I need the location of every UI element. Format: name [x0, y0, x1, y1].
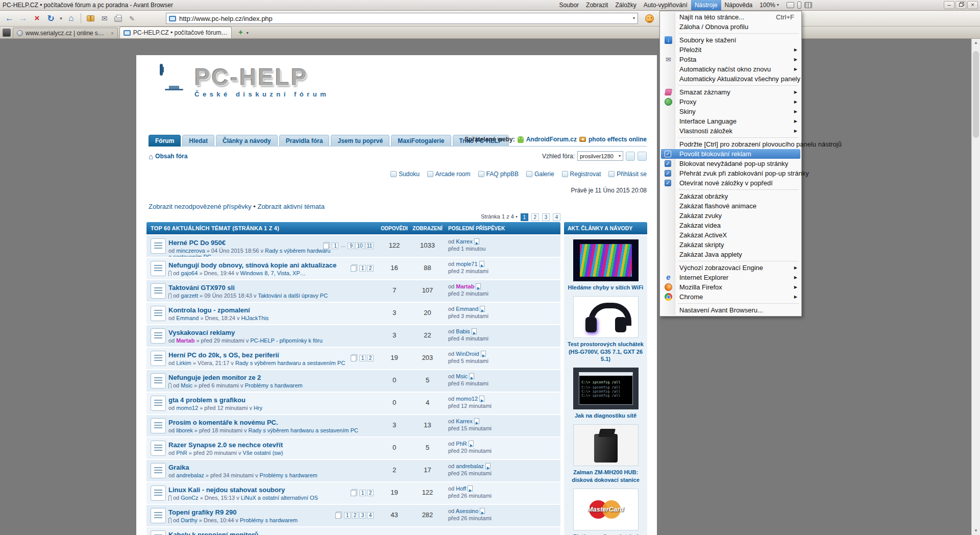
lastpost-goto-icon[interactable]	[479, 261, 484, 267]
menubar-item-nastroje[interactable]: Nástroje	[691, 0, 721, 10]
menu-item-chrome[interactable]: Chrome	[661, 292, 800, 302]
lastpost-goto-icon[interactable]	[481, 351, 486, 357]
lastpost-goto-icon[interactable]	[474, 238, 479, 245]
topic-forum-link[interactable]: PC-HELP - připomínky k fóru	[250, 337, 323, 344]
style-select[interactable]: prosilver1280	[577, 151, 623, 161]
topic-author-link[interactable]: minczerova	[176, 248, 205, 254]
topic-row[interactable]: Vyskakovací reklamy od Martab » před 29 …	[146, 325, 560, 347]
topic-author-link[interactable]: liborek	[176, 427, 192, 433]
page-box[interactable]: 10	[355, 242, 364, 249]
topic-forum-link[interactable]: Hry	[254, 405, 262, 411]
menu-item-internet-explorer[interactable]: Internet Explorer	[661, 273, 800, 282]
refresh-button[interactable]	[44, 12, 57, 25]
minimize-button[interactable]	[944, 1, 954, 9]
article-item[interactable]: Jak na diagnostiku sítě	[564, 368, 647, 419]
browser-tab-pchelp[interactable]: PC-HELP.CZ • počítačové fórum a pc p...	[119, 27, 232, 38]
topic-title-link[interactable]: Graika	[168, 464, 189, 471]
lastpost-user-link[interactable]: mople71	[456, 261, 477, 267]
style-search-button[interactable]	[638, 152, 647, 161]
topic-forum-link[interactable]: Rady s výběrem hardwaru a sestavením PC	[249, 427, 358, 433]
topic-title-link[interactable]: Linux Kali - nejdou stahovat soubory	[168, 486, 285, 494]
page-box[interactable]: 2	[367, 265, 374, 272]
topic-title-link[interactable]: Prosím o komentáře k novému PC.	[168, 419, 278, 426]
restore-button[interactable]	[955, 1, 966, 9]
menu-item-prelozit[interactable]: Přeložit	[661, 45, 800, 55]
lastpost-user-link[interactable]: Babis	[456, 328, 470, 334]
lastpost-goto-icon[interactable]	[485, 463, 491, 469]
lastpost-user-link[interactable]: Emmand	[456, 306, 478, 312]
tab-hledat[interactable]: Hledat	[182, 135, 214, 147]
page-box[interactable]: 4	[367, 512, 374, 519]
scrollbar-thumb[interactable]	[973, 51, 979, 138]
topic-forum-link[interactable]: Problémy s hardwarem	[240, 517, 298, 523]
prihlasit-link[interactable]: Přihlásit se	[617, 171, 647, 178]
close-tab-icon[interactable]	[111, 31, 114, 36]
pagination-page-2[interactable]: 2	[531, 213, 539, 221]
topic-row[interactable]: Topení grafiky R9 290 od Darthy » Dnes, …	[146, 505, 560, 526]
article-link[interactable]: Test prostorových sluchátek (HS-G700V, G…	[566, 341, 646, 362]
topic-title-link[interactable]: Vyskakovací reklamy	[168, 329, 235, 336]
print-button[interactable]	[112, 12, 125, 25]
menu-item-zakazat-skripty[interactable]: Zakázat skripty	[661, 240, 800, 250]
photo-effects-link[interactable]: photo effects online	[589, 136, 647, 143]
topic-author-link[interactable]: Lirkim	[176, 360, 191, 366]
forward-button[interactable]	[17, 12, 30, 25]
page-box[interactable]: 11	[365, 242, 374, 249]
compose-button[interactable]	[126, 12, 138, 25]
lastpost-goto-icon[interactable]	[480, 306, 485, 312]
topic-row[interactable]: Nefungují body obnovy, stínová kopie ani…	[146, 258, 560, 279]
topic-row[interactable]: Kontrola logu - zpomalení od Emmand » Dn…	[146, 303, 560, 324]
menu-item-najit-na-strance[interactable]: Najít na této stránce...Ctrl+F	[661, 12, 800, 22]
unanswered-posts-link[interactable]: Zobrazit nezodpovězené příspěvky	[149, 203, 252, 210]
menu-item-povolit-blokovani-reklam[interactable]: Povolit blokování reklam	[661, 149, 800, 159]
menu-item-mozilla-firefox[interactable]: Mozilla Firefox	[661, 282, 800, 292]
topic-row[interactable]: Linux Kali - nejdou stahovat soubory od …	[146, 482, 560, 504]
lastpost-goto-icon[interactable]	[472, 328, 477, 334]
topic-author-link[interactable]: andrebalaz	[176, 472, 204, 478]
lastpost-user-link[interactable]: Karrex	[456, 238, 472, 245]
page-box[interactable]: 1	[344, 512, 351, 519]
menu-item-zakazat-obrazky[interactable]: Zakázat obrázky	[661, 191, 800, 201]
menu-item-posta[interactable]: Pošta	[661, 55, 800, 64]
menubar-item-zobrazit[interactable]: Zobrazit	[582, 0, 611, 10]
topic-author-link[interactable]: Martab	[176, 337, 194, 344]
lastpost-goto-icon[interactable]	[476, 283, 481, 289]
article-item[interactable]: MasterCard Platíme on-line: platební	[564, 489, 647, 535]
topic-title-link[interactable]: Razer Synapse 2.0 se nechce otevřít	[168, 441, 283, 449]
tab-list-icon[interactable]	[3, 29, 11, 37]
mail-button[interactable]	[98, 12, 111, 25]
forum-logo[interactable]: PC-HELP České diskuzní fórum	[160, 65, 329, 98]
back-button[interactable]	[3, 12, 16, 25]
scroll-up-icon[interactable]: ▲	[972, 39, 980, 47]
active-topics-link[interactable]: Zobrazit aktivní témata	[257, 203, 325, 210]
dock-station-thumbnail[interactable]	[573, 424, 639, 466]
article-link[interactable]: Hledáme chyby v sítích WiFi	[566, 284, 646, 291]
lastpost-goto-icon[interactable]	[480, 508, 485, 514]
mobile-view-icon[interactable]	[797, 2, 801, 9]
topic-title-link[interactable]: Nefungují body obnovy, stínová kopie ani…	[168, 261, 336, 269]
page-box[interactable]: 1	[359, 265, 366, 272]
androidforum-link[interactable]: AndroidForum.cz	[526, 136, 577, 143]
menu-item-zakazat-zvuky[interactable]: Zakázat zvuky	[661, 211, 800, 221]
sudoku-link[interactable]: Sudoku	[399, 171, 420, 178]
menu-item-nastaveni-avant[interactable]: Nastavení Avant Browseru...	[661, 305, 800, 315]
breadcrumb-obsah-fora[interactable]: Obsah fóra	[155, 153, 187, 160]
menu-item-smazat-zaznamy[interactable]: Smazat záznamy	[661, 87, 800, 97]
menubar-item-soubor[interactable]: Soubor	[555, 0, 582, 10]
tab-pravidla[interactable]: Pravidla fóra	[279, 135, 330, 147]
topic-title-link[interactable]: Kabely k propojení monitorů	[168, 531, 258, 535]
page-box[interactable]: 3	[359, 512, 366, 519]
menu-item-skiny[interactable]: Skiny	[661, 107, 800, 116]
mastercard-thumbnail[interactable]: MasterCard	[573, 489, 639, 530]
lastpost-goto-icon[interactable]	[469, 373, 474, 379]
wifi-chart-thumbnail[interactable]	[573, 239, 639, 281]
topic-author-link[interactable]: momo12	[176, 405, 198, 411]
address-bar[interactable]: http://www.pc-help.cz/index.php	[166, 13, 638, 24]
topic-row[interactable]: Graika od andrebalaz » před 34 minutami …	[146, 460, 560, 481]
topic-title-link[interactable]: Topení grafiky R9 290	[168, 508, 236, 516]
topic-row[interactable]: Razer Synapse 2.0 se nechce otevřít od P…	[146, 437, 560, 459]
topic-title-link[interactable]: Herné PC Do 950€	[168, 239, 226, 247]
topic-title-link[interactable]: Herní PC do 20k, s OS, bez periferií	[168, 351, 279, 359]
page-box[interactable]: 2	[352, 512, 358, 519]
topic-row[interactable]: Kabely k propojení monitorů	[146, 527, 560, 535]
